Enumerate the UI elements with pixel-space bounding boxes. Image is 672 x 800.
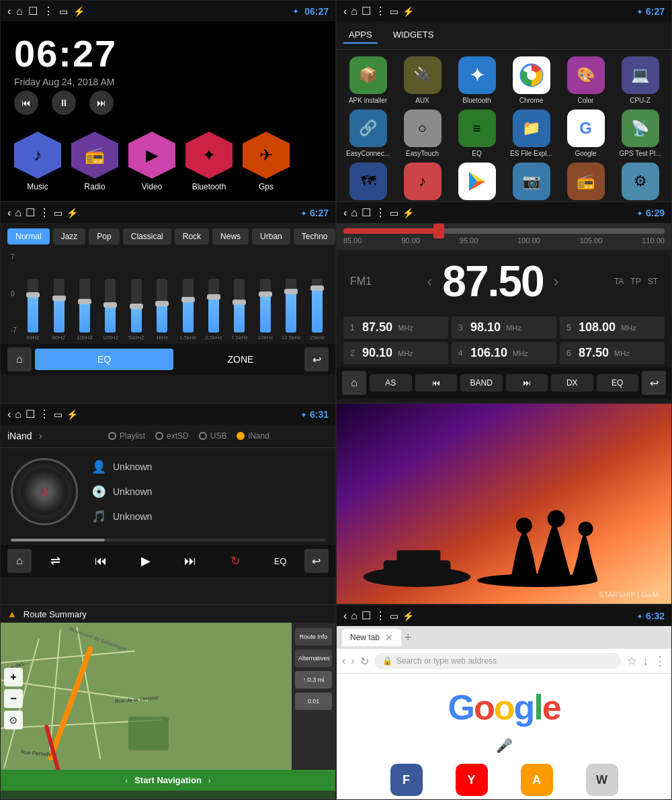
new-tab-btn[interactable]: +: [405, 631, 412, 645]
shortcut-facebook[interactable]: F Facebook: [376, 764, 436, 800]
radio-as-btn[interactable]: AS: [370, 374, 412, 392]
home-icon[interactable]: ⌂: [16, 5, 23, 17]
shortcut-youtube[interactable]: Y YouTube: [442, 764, 501, 800]
radio-home-btn[interactable]: ⌂: [342, 371, 366, 395]
app-cpuz[interactable]: 💻 CPU-Z: [616, 56, 665, 104]
menu-icon[interactable]: ⋮: [39, 206, 50, 219]
app-bluetooth[interactable]: ✦ Bluetooth: [185, 132, 233, 191]
alternatives-btn[interactable]: Alternatives: [295, 650, 332, 667]
eq-mode-pop[interactable]: Pop: [89, 228, 119, 245]
distance-btn-2[interactable]: 0.01: [295, 693, 332, 710]
menu-icon[interactable]: ⋮: [39, 408, 50, 420]
app-music[interactable]: ♪ Music: [398, 163, 447, 202]
browser-reload-btn[interactable]: ↻: [360, 655, 369, 668]
google-mic-icon[interactable]: 🎤: [496, 738, 513, 754]
radio-back-btn[interactable]: ↩: [642, 371, 666, 395]
back-icon[interactable]: ‹: [7, 5, 11, 17]
menu-icon[interactable]: ⋮: [375, 206, 386, 219]
pause-btn[interactable]: ⏸: [52, 91, 76, 115]
app-igo[interactable]: 🗺 iGO Navigati...: [343, 163, 392, 202]
start-nav-btn[interactable]: Start Navigation: [134, 775, 202, 785]
browser-url-bar[interactable]: 🔒 Search or type web address: [374, 653, 621, 669]
app-esfile[interactable]: 📁 ES File Expl...: [507, 109, 556, 157]
browser-fwd-btn[interactable]: ›: [351, 655, 354, 667]
browser-menu-btn[interactable]: ⋮: [654, 654, 666, 668]
home-icon[interactable]: ⌂: [351, 207, 358, 219]
preset-4[interactable]: 4 106.10 MHz: [452, 342, 556, 364]
freq-next-btn[interactable]: ›: [554, 272, 559, 291]
home-icon[interactable]: ⌂: [351, 610, 358, 622]
eq-mode-classical[interactable]: Classical: [123, 228, 171, 245]
freq-prev-btn[interactable]: ‹: [427, 272, 432, 291]
browser-tab-newtab[interactable]: New tab ✕: [342, 629, 401, 646]
star-btn[interactable]: ☆: [626, 654, 637, 668]
usb-tab[interactable]: USB: [199, 431, 227, 441]
eq-mode-urban[interactable]: Urban: [252, 228, 290, 245]
eq-mode-techno[interactable]: Techno: [294, 228, 335, 245]
app-easyconnect[interactable]: 🔗 EasyConnec...: [343, 109, 392, 157]
route-info-btn[interactable]: Route Info: [295, 628, 332, 646]
back-icon[interactable]: ‹: [343, 5, 347, 17]
browser-back-btn[interactable]: ‹: [342, 655, 345, 667]
radio-next-btn[interactable]: ⏭: [506, 374, 548, 392]
zoom-out-btn[interactable]: −: [4, 689, 23, 708]
app-gps[interactable]: ✈ Gps: [243, 132, 290, 191]
prev-track-btn[interactable]: ⏮: [14, 91, 38, 115]
back-icon[interactable]: ‹: [343, 610, 347, 622]
extsd-tab[interactable]: extSD: [155, 431, 189, 441]
music-back-btn[interactable]: ↩: [304, 549, 329, 573]
home-icon[interactable]: ⌂: [15, 408, 22, 420]
music-eq-btn[interactable]: EQ: [259, 552, 301, 570]
app-music[interactable]: ♪ Music: [14, 132, 61, 191]
app-quickpic[interactable]: 📷 QuickPic: [507, 163, 556, 202]
radio-dx-btn[interactable]: DX: [551, 374, 593, 392]
preset-1[interactable]: 1 87.50 MHz: [343, 316, 448, 339]
nav-fwd-arrow[interactable]: ›: [208, 776, 211, 785]
radio-seekbar[interactable]: 85.00 90.00 95.00 100.00 105.00 110.00: [337, 223, 671, 250]
playlist-tab[interactable]: Playlist: [108, 431, 145, 441]
app-color[interactable]: 🎨 Color: [561, 56, 610, 104]
app-eq[interactable]: ≡ EQ: [452, 109, 501, 157]
source-expand[interactable]: ›: [39, 430, 42, 442]
app-bluetooth[interactable]: ✦ Bluetooth: [452, 56, 501, 104]
tab-close-btn[interactable]: ✕: [385, 632, 393, 643]
recents-icon[interactable]: ☐: [362, 609, 371, 622]
music-progress[interactable]: [1, 535, 335, 545]
preset-6[interactable]: 6 87.50 MHz: [560, 342, 665, 364]
download-btn[interactable]: ↓: [642, 654, 648, 668]
zone-button[interactable]: ZONE: [177, 354, 304, 365]
home-icon[interactable]: ⌂: [15, 207, 22, 219]
app-easytouch[interactable]: ○ EasyTouch: [398, 109, 447, 157]
eq-home-btn[interactable]: ⌂: [7, 347, 32, 371]
eq-mode-news[interactable]: News: [212, 228, 249, 245]
radio-eq-btn[interactable]: EQ: [597, 374, 639, 392]
eq-mode-rock[interactable]: Rock: [175, 228, 209, 245]
eq-mode-normal[interactable]: Normal: [7, 228, 50, 245]
recents-icon[interactable]: ☐: [26, 408, 35, 420]
preset-2[interactable]: 2 90.10 MHz: [343, 342, 448, 364]
back-btn[interactable]: ↩: [304, 347, 329, 371]
preset-5[interactable]: 5 108.00 MHz: [560, 316, 665, 339]
recents-icon[interactable]: ☐: [362, 5, 371, 17]
menu-icon[interactable]: ⋮: [375, 609, 386, 622]
shortcut-amazon[interactable]: A Amazon...: [507, 764, 566, 800]
app-playstore[interactable]: Play Store: [452, 163, 501, 202]
home-icon[interactable]: ⌂: [351, 5, 358, 17]
music-next-btn[interactable]: ⏭: [169, 550, 211, 572]
distance-btn-1[interactable]: ↑ 0.3 mi: [295, 671, 332, 688]
shuffle-btn[interactable]: ⇌: [35, 549, 77, 572]
inand-tab[interactable]: iNand: [237, 431, 269, 441]
repeat-btn[interactable]: ↻: [214, 549, 256, 572]
locate-btn[interactable]: ⊙: [4, 711, 23, 729]
recents-icon[interactable]: ☐: [28, 5, 38, 17]
shortcut-wikipedia[interactable]: W Wikipedia: [572, 764, 632, 800]
app-aux[interactable]: 🔌 AUX: [398, 56, 447, 104]
zoom-in-btn[interactable]: +: [4, 668, 23, 686]
preset-3[interactable]: 3 98.10 MHz: [452, 316, 556, 339]
back-icon[interactable]: ‹: [7, 408, 11, 420]
menu-icon[interactable]: ⋮: [43, 5, 54, 17]
app-settings[interactable]: ⚙ Settings: [616, 163, 665, 202]
app-apk-installer[interactable]: 📦 APK installer: [343, 56, 392, 104]
recents-icon[interactable]: ☐: [26, 206, 35, 219]
recents-icon[interactable]: ☐: [362, 206, 371, 219]
